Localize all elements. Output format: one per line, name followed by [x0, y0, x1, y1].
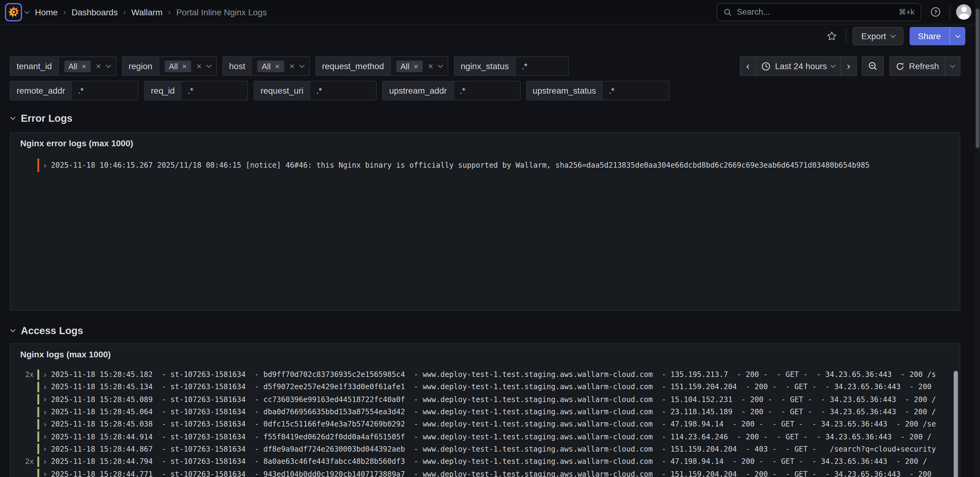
filter-label: upstream_addr [383, 81, 453, 100]
filter-text-input[interactable]: .* [603, 81, 669, 100]
filter-text-input[interactable]: .* [515, 57, 568, 75]
access-logs-panel: Nginx logs (max 1000) 2x › 2025-11-18 15… [10, 343, 960, 477]
section-error-logs[interactable]: Error Logs [11, 111, 960, 125]
clear-filter-icon[interactable]: × [96, 62, 101, 70]
log-level-bar [37, 431, 39, 442]
top-nav: Home › Dashboards › Wallarm › Portal Inl… [0, 0, 980, 24]
log-row[interactable]: › 2025-11-18 10:46:15.267 2025/11/18 08:… [18, 157, 960, 173]
filter-value-dropdown[interactable]: All × × [391, 57, 448, 75]
chip-remove-icon[interactable]: × [182, 62, 186, 70]
breadcrumb-home[interactable]: Home [35, 7, 58, 17]
clear-filter-icon[interactable]: × [290, 62, 294, 70]
section-title: Error Logs [21, 112, 73, 124]
chevron-down-icon [830, 63, 836, 68]
share-menu-button[interactable] [950, 27, 965, 45]
search-input[interactable]: Search... ⌘+k [717, 3, 921, 21]
log-text: 2025-11-18 15:28:45.089 - st-107263-1581… [51, 395, 960, 404]
breadcrumb-dashboards[interactable]: Dashboards [72, 7, 118, 17]
filter-text-input[interactable]: .* [72, 81, 138, 100]
filter-label: nginx_status [455, 57, 515, 75]
breadcrumb-wallarm[interactable]: Wallarm [131, 7, 162, 17]
refresh-group: Refresh [889, 56, 960, 76]
time-shift-forward-button[interactable]: › [840, 56, 857, 76]
chevron-down-icon [207, 63, 212, 68]
filter-value: All [401, 62, 409, 71]
log-text: 2025-11-18 15:28:44.867 - st-107263-1581… [51, 445, 960, 453]
clear-filter-icon[interactable]: × [428, 62, 433, 70]
collapse-chevron-icon [10, 327, 16, 332]
breadcrumb-current-page: Portal Inline Nginx Logs [176, 7, 267, 17]
refresh-label: Refresh [909, 61, 939, 71]
filter-value-chip: All × [64, 60, 90, 72]
filter-value-dropdown[interactable]: All × × [159, 57, 216, 75]
filter-value-dropdown[interactable]: All × × [59, 57, 115, 75]
share-button[interactable]: Share [909, 27, 950, 45]
export-button[interactable]: Export [853, 27, 903, 45]
grafana-app: Home › Dashboards › Wallarm › Portal Inl… [0, 0, 980, 477]
star-dashboard-button[interactable] [824, 28, 840, 44]
log-text: 2025-11-18 15:28:45.182 - st-107263-1581… [51, 370, 960, 379]
time-range-label: Last 24 hours [775, 61, 827, 71]
log-level-bar [37, 419, 39, 429]
filter-request_uri: request_uri .* [254, 81, 377, 100]
help-button[interactable]: ? [928, 4, 943, 20]
expand-log-icon: › [43, 407, 46, 417]
zoom-out-icon [868, 61, 878, 71]
panel-title: Nginx logs (max 1000) [10, 344, 960, 359]
user-avatar[interactable] [956, 4, 971, 20]
log-text: 2025-11-18 15:28:44.771 - st-107263-1581… [51, 470, 960, 477]
filter-upstream_addr: upstream_addr .* [382, 81, 520, 100]
filter-label: tenant_id [10, 57, 59, 75]
panel-scrollbar[interactable] [954, 371, 958, 477]
time-shift-back-button[interactable]: ‹ [740, 56, 756, 76]
search-shortcut: ⌘+k [899, 7, 915, 16]
log-level-bar [37, 469, 39, 477]
refresh-button[interactable]: Refresh [889, 56, 945, 76]
collapse-chevron-icon [10, 115, 16, 120]
filter-text-input[interactable]: .* [310, 81, 376, 100]
filter-value-chip: All × [258, 60, 284, 72]
filter-upstream_status: upstream_status .* [526, 81, 670, 100]
chip-remove-icon[interactable]: × [414, 62, 418, 70]
refresh-interval-button[interactable] [945, 56, 960, 76]
variable-filters: tenant_id All × × region All × × host Al… [10, 56, 960, 100]
chevron-down-icon [438, 63, 443, 68]
expand-log-icon: › [43, 395, 46, 404]
filter-text-input[interactable]: .* [453, 81, 520, 100]
filter-value-dropdown[interactable]: All × × [252, 57, 309, 75]
log-row[interactable]: 2x › 2025-11-18 15:28:45.182 - st-107263… [18, 368, 960, 381]
error-log-list: › 2025-11-18 10:46:15.267 2025/11/18 08:… [10, 157, 960, 173]
page-scrollbar-thumb[interactable] [976, 9, 979, 148]
log-row[interactable]: › 2025-11-18 15:28:44.914 - st-107263-15… [18, 431, 960, 443]
log-row[interactable]: › 2025-11-18 15:28:45.089 - st-107263-15… [18, 393, 960, 406]
log-row[interactable]: › 2025-11-18 15:28:45.038 - st-107263-15… [18, 418, 960, 431]
log-row[interactable]: 2x › 2025-11-18 15:28:44.794 - st-107263… [18, 455, 960, 468]
chip-remove-icon[interactable]: × [81, 62, 86, 70]
log-level-bar [37, 369, 39, 380]
export-label: Export [861, 31, 886, 41]
expand-log-icon: › [43, 445, 46, 454]
filter-label: remote_addr [10, 81, 72, 100]
filter-value: All [262, 62, 271, 71]
log-level-bar [37, 394, 39, 404]
time-range-picker[interactable]: Last 24 hours [756, 56, 841, 76]
chip-remove-icon[interactable]: × [275, 62, 280, 70]
filter-value: All [169, 62, 178, 71]
grafana-menu-button[interactable] [5, 3, 29, 21]
filter-label: upstream_status [527, 81, 603, 100]
chevron-down-icon [299, 63, 304, 68]
expand-log-icon: › [43, 420, 46, 429]
log-row[interactable]: › 2025-11-18 15:28:44.771 - st-107263-15… [18, 468, 960, 477]
filter-text-input[interactable]: .* [181, 81, 248, 100]
log-row[interactable]: › 2025-11-18 15:28:44.867 - st-107263-15… [18, 443, 960, 456]
filter-region: region All × × [122, 56, 217, 76]
zoom-out-time-button[interactable] [862, 56, 884, 76]
expand-log-icon: › [43, 469, 46, 477]
filter-label: request_method [316, 57, 390, 75]
log-row[interactable]: › 2025-11-18 15:28:45.134 - st-107263-15… [18, 381, 960, 393]
filter-req_id: req_id .* [144, 81, 248, 100]
filter-request_method: request_method All × × [315, 56, 449, 76]
section-access-logs[interactable]: Access Logs [11, 324, 960, 337]
clear-filter-icon[interactable]: × [197, 62, 202, 70]
log-row[interactable]: › 2025-11-18 15:28:45.064 - st-107263-15… [18, 406, 960, 418]
